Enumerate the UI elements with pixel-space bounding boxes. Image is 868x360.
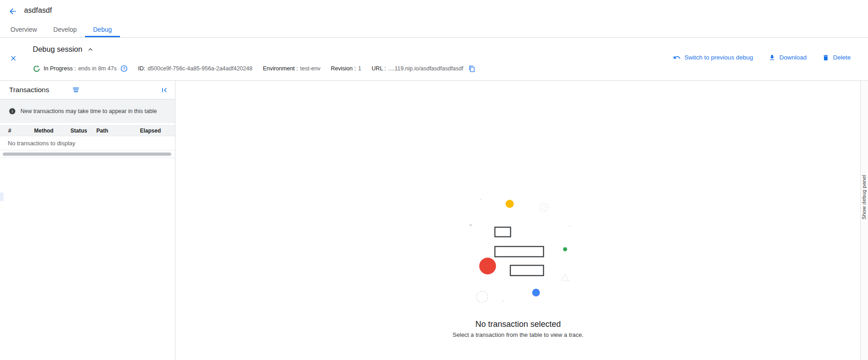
- column-header-method: Method: [34, 128, 70, 134]
- revision-value: 1: [358, 65, 361, 72]
- column-header-status: Status: [70, 128, 96, 134]
- column-header-number: #: [0, 128, 34, 134]
- show-debug-panel-label: Show debug panel: [861, 175, 867, 219]
- back-button[interactable]: [7, 6, 18, 17]
- info-icon: [9, 108, 16, 115]
- url-value: ....119.nip.io/asdfasdfasdfasdf: [388, 65, 463, 72]
- transactions-empty-message: No transactions to display: [0, 136, 175, 150]
- svg-text:?: ?: [123, 66, 125, 71]
- empty-state-illustration: [450, 191, 586, 309]
- session-status-row: In Progress : ends in 8m 47s ? ID: d500c…: [33, 65, 475, 72]
- horizontal-scrollbar-thumb[interactable]: [3, 153, 171, 156]
- proxy-tab-bar: Overview Develop Debug: [0, 22, 868, 38]
- close-debug-session-button[interactable]: [9, 54, 17, 62]
- transactions-panel: Transactions New transactions may take t…: [0, 81, 175, 360]
- transactions-title: Transactions: [9, 86, 49, 94]
- debug-session-title: Debug session: [33, 45, 82, 54]
- session-actions: Switch to previous debug Download Delete: [673, 54, 851, 61]
- transactions-panel-header: Transactions: [0, 81, 175, 99]
- trash-icon: [822, 54, 829, 61]
- copy-icon: [469, 65, 475, 72]
- environment-value: test-env: [300, 65, 320, 72]
- environment-label: Environment :: [263, 65, 298, 72]
- column-header-elapsed: Elapsed: [140, 128, 175, 134]
- page-title: asdfasdf: [24, 6, 52, 15]
- tab-debug[interactable]: Debug: [85, 22, 120, 37]
- debug-session-title-row: Debug session: [33, 45, 95, 54]
- no-transaction-subtitle: Select a transaction from the table to v…: [176, 331, 860, 338]
- switch-to-previous-debug-button[interactable]: Switch to previous debug: [673, 54, 753, 61]
- copy-url-button[interactable]: [468, 65, 475, 72]
- session-status-value: ends in 8m 47s: [78, 65, 117, 72]
- url-field: URL : ....119.nip.io/asdfasdfasdfasdf: [372, 65, 464, 72]
- apigee-debug-page: asdfasdf Overview Develop Debug Debug se…: [0, 0, 868, 360]
- horizontal-scrollbar: [0, 150, 175, 158]
- show-debug-panel-toggle[interactable]: Show debug panel: [860, 81, 868, 360]
- session-id-value: d500ce9f-756c-4a85-956a-2a4adf420248: [148, 65, 253, 72]
- help-icon: ?: [120, 65, 128, 72]
- delete-button[interactable]: Delete: [822, 54, 851, 61]
- download-button[interactable]: Download: [768, 54, 807, 61]
- undo-icon: [673, 54, 681, 61]
- trace-area: No transaction selected Select a transac…: [176, 81, 860, 360]
- no-transaction-title: No transaction selected: [176, 320, 860, 329]
- debug-session-header: Debug session In Progress : ends in 8m 4…: [0, 38, 868, 81]
- tab-overview[interactable]: Overview: [2, 22, 45, 37]
- download-label: Download: [779, 54, 807, 61]
- chevron-up-icon: [86, 45, 95, 54]
- delete-label: Delete: [833, 54, 851, 61]
- session-id-field: ID: d500ce9f-756c-4a85-956a-2a4adf420248: [138, 65, 253, 72]
- download-icon: [768, 54, 776, 61]
- column-header-path: Path: [96, 128, 140, 134]
- arrow-back-icon: [8, 7, 17, 16]
- switch-to-previous-debug-label: Switch to previous debug: [684, 54, 753, 61]
- close-icon: [10, 54, 17, 62]
- url-label: URL :: [372, 65, 386, 72]
- filter-transactions-button[interactable]: [71, 85, 80, 94]
- revision-field: Revision : 1: [331, 65, 361, 72]
- in-progress-clock-icon: [33, 65, 40, 72]
- collapse-section-button[interactable]: [86, 45, 95, 54]
- status-help-button[interactable]: ?: [120, 65, 128, 72]
- collapse-transactions-panel-button[interactable]: [160, 85, 169, 94]
- collapse-left-icon: [160, 86, 169, 94]
- tab-develop[interactable]: Develop: [45, 22, 85, 37]
- environment-field: Environment : test-env: [263, 65, 320, 72]
- page-header: asdfasdf: [0, 0, 868, 22]
- session-status-label: In Progress :: [44, 65, 76, 72]
- transactions-table-header: # Method Status Path Elapsed: [0, 125, 175, 136]
- left-edge-artifact: [0, 192, 4, 201]
- transactions-info-text: New transactions may take time to appear…: [20, 108, 167, 115]
- transactions-info-banner: New transactions may take time to appear…: [0, 99, 175, 123]
- revision-label: Revision :: [331, 65, 356, 72]
- session-id-label: ID:: [138, 65, 145, 72]
- filter-icon: [72, 86, 80, 94]
